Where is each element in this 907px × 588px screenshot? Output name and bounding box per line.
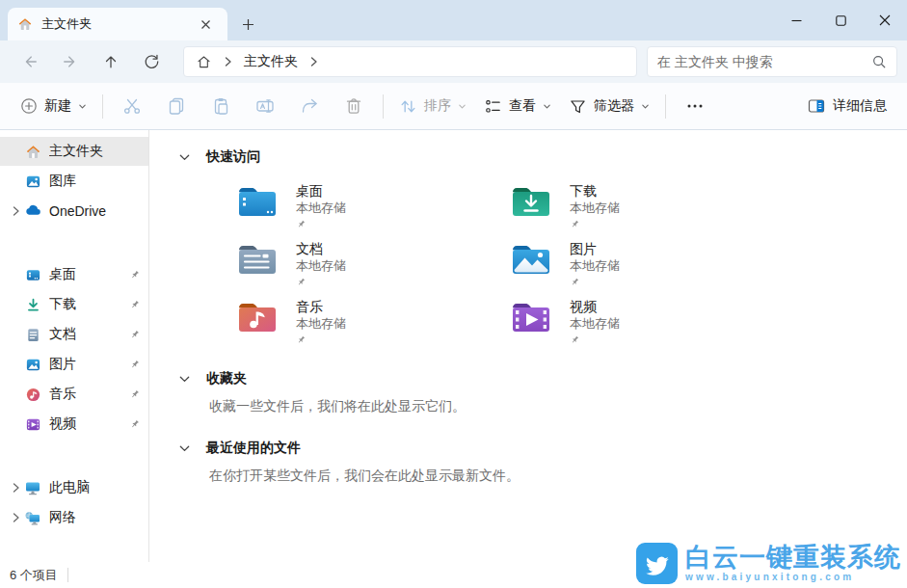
toolbar-separator: [102, 94, 103, 119]
videos-folder-icon: [510, 299, 552, 339]
back-button[interactable]: [10, 44, 50, 79]
copy-button[interactable]: [154, 90, 199, 122]
forward-button[interactable]: [50, 44, 91, 79]
file-explorer-window: 主文件夹: [0, 0, 907, 588]
item-name: 视频: [570, 298, 620, 315]
pin-icon: [296, 219, 307, 229]
pin-icon: [296, 334, 307, 345]
watermark-bird-icon: [636, 543, 678, 584]
quick-access-item-downloads[interactable]: 下载 本地存储: [510, 182, 784, 240]
item-storage: 本地存储: [296, 257, 346, 274]
items-count: 6 个项目: [10, 567, 58, 584]
home-icon: [23, 144, 42, 160]
sidebar-item-gallery[interactable]: 图库: [0, 167, 148, 196]
close-button[interactable]: [863, 0, 907, 40]
new-button[interactable]: 新建: [12, 90, 95, 122]
pin-icon: [570, 277, 580, 287]
item-name: 文档: [296, 240, 346, 257]
filter-button[interactable]: 筛选器: [560, 90, 658, 122]
breadcrumb-chevron-icon: [224, 56, 232, 67]
sidebar-item-onedrive[interactable]: OneDrive: [0, 197, 148, 226]
watermark-url: www.baiyunxitong.com: [685, 572, 854, 583]
paste-icon: [211, 96, 230, 116]
chevron-down-icon: [78, 102, 87, 111]
quick-access-item-videos[interactable]: 视频 本地存储: [510, 298, 784, 356]
watermark-title: 白云一键重装系统: [685, 544, 901, 572]
breadcrumb-chevron-icon: [309, 56, 318, 67]
sidebar-item-music[interactable]: 音乐: [0, 380, 148, 409]
breadcrumb-item[interactable]: 主文件夹: [244, 53, 298, 70]
pin-icon: [129, 329, 141, 340]
up-button[interactable]: [91, 44, 131, 79]
quick-access-item-desktop[interactable]: 桌面 本地存储: [236, 182, 510, 240]
search-input[interactable]: [657, 54, 871, 69]
section-recent-header[interactable]: 最近使用的文件: [178, 435, 907, 462]
watermark: 白云一键重装系统 www.baiyunxitong.com: [636, 543, 901, 584]
more-button[interactable]: [673, 90, 717, 122]
sidebar-item-pictures[interactable]: 图片: [0, 350, 148, 379]
tab-title: 主文件夹: [41, 15, 92, 33]
item-name: 桌面: [296, 182, 346, 200]
section-quick-access-header[interactable]: 快速访问: [178, 144, 907, 171]
sidebar-item-home[interactable]: 主文件夹: [0, 137, 148, 166]
sidebar-item-videos[interactable]: 视频: [0, 410, 148, 439]
collapse-chevron-icon: [178, 442, 191, 455]
collapse-chevron-icon: [178, 151, 191, 164]
rename-button[interactable]: [243, 90, 287, 122]
view-icon: [484, 97, 502, 116]
navigation-pane: 主文件夹 图库 OneDrive: [0, 130, 149, 562]
videos-icon: [23, 416, 42, 433]
delete-icon: [344, 96, 363, 116]
sort-button[interactable]: 排序: [390, 90, 475, 122]
expand-chevron-icon[interactable]: [8, 512, 23, 523]
item-storage: 本地存储: [296, 200, 346, 216]
home-icon: [17, 16, 33, 32]
pictures-folder-icon: [510, 241, 552, 281]
quick-access-item-music[interactable]: 音乐 本地存储: [236, 298, 510, 356]
music-folder-icon: [236, 299, 279, 339]
maximize-button[interactable]: [818, 0, 863, 40]
item-storage: 本地存储: [570, 257, 620, 274]
sort-icon: [399, 97, 417, 116]
share-button[interactable]: [287, 90, 332, 122]
expand-chevron-icon[interactable]: [8, 205, 23, 217]
item-storage: 本地存储: [570, 315, 620, 332]
sidebar-item-network[interactable]: 网络: [0, 503, 148, 532]
section-favorites-header[interactable]: 收藏夹: [178, 365, 907, 392]
sidebar-item-documents[interactable]: 文档: [0, 320, 148, 349]
cut-button[interactable]: [110, 90, 154, 122]
tab-close-button[interactable]: [193, 13, 218, 36]
new-tab-button[interactable]: [231, 10, 264, 39]
sidebar-item-downloads[interactable]: 下载: [0, 290, 148, 319]
expand-chevron-icon[interactable]: [8, 482, 23, 494]
quick-access-item-pictures[interactable]: 图片 本地存储: [510, 240, 784, 298]
refresh-button[interactable]: [131, 44, 172, 79]
toolbar-separator: [665, 94, 666, 119]
paste-button[interactable]: [199, 90, 243, 122]
quick-access-item-documents[interactable]: 文档 本地存储: [236, 240, 510, 298]
view-button[interactable]: 查看: [475, 90, 560, 122]
address-bar[interactable]: 主文件夹: [183, 46, 637, 77]
delete-button[interactable]: [332, 90, 376, 122]
sidebar-item-this-pc[interactable]: 此电脑: [0, 473, 148, 502]
details-button[interactable]: 详细信息: [798, 90, 895, 122]
minimize-button[interactable]: [774, 0, 818, 40]
sidebar-group-gap: [0, 227, 148, 259]
search-box[interactable]: [647, 46, 897, 77]
collapse-chevron-icon: [178, 373, 191, 386]
chevron-down-icon: [458, 102, 467, 111]
music-icon: [23, 387, 42, 403]
tab-home[interactable]: 主文件夹: [8, 8, 227, 40]
sidebar-item-desktop[interactable]: 桌面: [0, 260, 148, 289]
pin-icon: [129, 269, 141, 281]
pin-icon: [129, 388, 141, 400]
pin-icon: [296, 277, 307, 287]
chevron-down-icon: [543, 102, 551, 111]
sidebar-group-gap: [0, 440, 148, 472]
toolbar-separator: [383, 94, 384, 119]
pin-icon: [129, 359, 141, 370]
desktop-icon: [23, 267, 42, 283]
rename-icon: [255, 96, 275, 116]
recent-empty-text: 在你打开某些文件后，我们会在此处显示最新文件。: [209, 468, 907, 485]
pin-icon: [570, 334, 580, 345]
